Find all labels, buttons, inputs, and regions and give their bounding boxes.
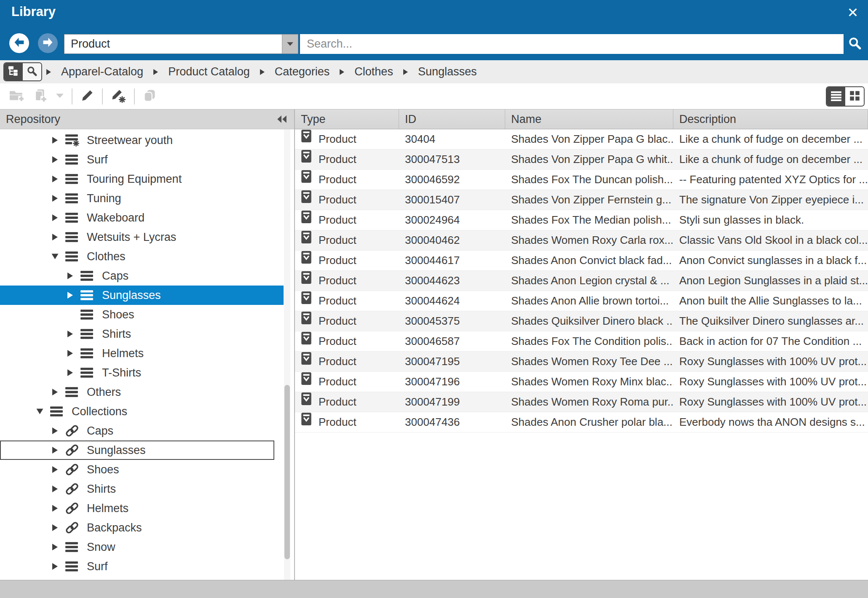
doctype-dropdown-button[interactable]	[282, 35, 298, 53]
cell-description: Back in action for 07 The Condition ...	[673, 331, 868, 351]
tree-item[interactable]: Others	[0, 382, 284, 402]
search-input[interactable]	[300, 34, 844, 54]
expander-icon[interactable]	[52, 156, 65, 163]
column-header-type[interactable]: Type	[295, 109, 399, 129]
doctype-input[interactable]	[64, 35, 282, 53]
column-header-id[interactable]: ID	[399, 109, 505, 129]
expander-icon[interactable]	[52, 195, 65, 202]
edit-button[interactable]	[76, 86, 99, 107]
table-row[interactable]: Product 300047196 Shades Women Roxy Minx…	[295, 372, 868, 392]
expander-icon[interactable]	[52, 137, 65, 144]
expander-icon[interactable]	[52, 253, 65, 260]
tree-item[interactable]: Helmets	[0, 499, 284, 518]
table-row[interactable]: Product 300047195 Shades Women Roxy Tee …	[295, 352, 868, 372]
breadcrumb-item[interactable]: Sunglasses	[418, 65, 477, 78]
expander-icon[interactable]	[52, 505, 65, 512]
column-header-description[interactable]: Description	[673, 109, 868, 129]
expander-icon[interactable]	[67, 350, 80, 357]
new-document-more-button[interactable]	[51, 86, 68, 107]
table-row[interactable]: Product 300047513 Shades Von Zipper Papa…	[295, 150, 868, 170]
tree-item[interactable]: Sunglasses	[0, 440, 274, 460]
tree-item[interactable]: Touring Equipment	[0, 169, 284, 189]
forward-button[interactable]	[38, 33, 58, 53]
expander-icon[interactable]	[52, 176, 65, 182]
table-row[interactable]: Product 30404 Shades Von Zipper Papa G b…	[295, 129, 868, 150]
expander-icon[interactable]	[67, 369, 80, 376]
tree-item[interactable]: Caps	[0, 266, 284, 286]
tree-item[interactable]: Surf	[0, 150, 284, 169]
cell-id: 300044617	[399, 251, 505, 270]
back-button[interactable]	[9, 33, 29, 53]
pencil-asterisk-icon	[110, 88, 126, 104]
breadcrumb-arrow-icon	[403, 69, 408, 75]
tree-item[interactable]: Shoes	[0, 305, 284, 324]
list-view-button[interactable]	[827, 87, 845, 106]
table-row[interactable]: Product 300024964 Shades Fox The Median …	[295, 210, 868, 230]
table-row[interactable]: Product 300015407 Shades Von Zipper Fern…	[295, 190, 868, 210]
tree-item-label: Shirts	[87, 483, 116, 496]
cell-type-label: Product	[319, 416, 356, 429]
expander-icon[interactable]	[52, 214, 65, 221]
tree-item[interactable]: T-Shirts	[0, 363, 284, 382]
tree-item[interactable]: Surf	[0, 557, 284, 576]
expander-icon[interactable]	[52, 466, 65, 473]
table-row[interactable]: Product 300044623 Shades Anon Legion cry…	[295, 271, 868, 291]
arrow-left-icon	[13, 37, 25, 50]
tree-item[interactable]: Shirts	[0, 324, 284, 344]
table-row[interactable]: Product 300046587 Shades Fox The Conditi…	[295, 331, 868, 352]
tree-item[interactable]: Collections	[0, 402, 284, 421]
expander-icon[interactable]	[52, 427, 65, 434]
close-icon[interactable]: ✕	[844, 3, 862, 22]
table-row[interactable]: Product 300047199 Shades Women Roxy Roma…	[295, 392, 868, 412]
expander-icon[interactable]	[37, 408, 50, 415]
tree-item[interactable]: Caps	[0, 421, 284, 440]
cell-id: 300047436	[399, 412, 505, 432]
grid-view-button[interactable]	[845, 87, 864, 106]
tree-scrollbar-thumb[interactable]	[284, 385, 290, 559]
cell-name: Shades Women Roxy Carla rox...	[505, 230, 673, 250]
tree-item[interactable]: Helmets	[0, 344, 284, 363]
breadcrumb-item[interactable]: Categories	[275, 65, 330, 78]
tree-item[interactable]: Clothes	[0, 247, 284, 266]
tree-item[interactable]: Sunglasses	[0, 286, 284, 305]
expander-icon[interactable]	[52, 524, 65, 531]
column-header-name[interactable]: Name	[505, 109, 673, 129]
new-document-button[interactable]	[29, 86, 51, 107]
tree-item[interactable]: Shoes	[0, 460, 284, 479]
copy-button[interactable]	[138, 86, 161, 107]
breadcrumb-item[interactable]: Apparel-Catalog	[61, 65, 143, 78]
tree-item[interactable]: Streetwear youth	[0, 131, 284, 150]
tree-mode-button[interactable]	[4, 63, 23, 80]
search-mode-button[interactable]	[23, 63, 41, 80]
table-row[interactable]: Product 300045375 Shades Quiksilver Dine…	[295, 311, 868, 331]
tree-item[interactable]: Shirts	[0, 479, 284, 499]
tree-item[interactable]: Backpacks	[0, 518, 284, 537]
table-row[interactable]: Product 300047436 Shades Anon Crusher po…	[295, 412, 868, 432]
tree-item[interactable]: Snow	[0, 537, 284, 557]
expander-icon[interactable]	[52, 563, 65, 570]
expander-icon[interactable]	[52, 234, 65, 240]
tree-item[interactable]: Tuning	[0, 189, 284, 208]
breadcrumb-item[interactable]: Clothes	[354, 65, 393, 78]
expander-icon[interactable]	[52, 486, 65, 492]
breadcrumb-item[interactable]: Product Catalog	[168, 65, 250, 78]
expander-icon[interactable]	[52, 389, 65, 395]
collapse-panel-icon[interactable]	[276, 114, 287, 124]
expander-icon[interactable]	[67, 292, 80, 299]
tree-item[interactable]: Wetsuits + Lycras	[0, 227, 284, 247]
table-row[interactable]: Product 300040462 Shades Women Roxy Carl…	[295, 230, 868, 251]
expander-icon[interactable]	[67, 311, 80, 318]
new-folder-button[interactable]	[4, 86, 29, 107]
expander-icon[interactable]	[67, 331, 80, 337]
tree-item[interactable]: Wakeboard	[0, 208, 284, 227]
edit-new-button[interactable]	[106, 86, 131, 107]
cell-type-label: Product	[319, 234, 356, 247]
table-row[interactable]: Product 300044617 Shades Anon Convict bl…	[295, 251, 868, 271]
expander-icon[interactable]	[52, 447, 65, 454]
table-row[interactable]: Product 300044624 Shades Anon Allie brow…	[295, 291, 868, 311]
search-button[interactable]	[845, 35, 865, 53]
cell-name: Shades Von Zipper Fernstein g...	[505, 190, 673, 210]
expander-icon[interactable]	[52, 544, 65, 550]
table-row[interactable]: Product 300046592 Shades Fox The Duncan …	[295, 170, 868, 190]
expander-icon[interactable]	[67, 272, 80, 279]
